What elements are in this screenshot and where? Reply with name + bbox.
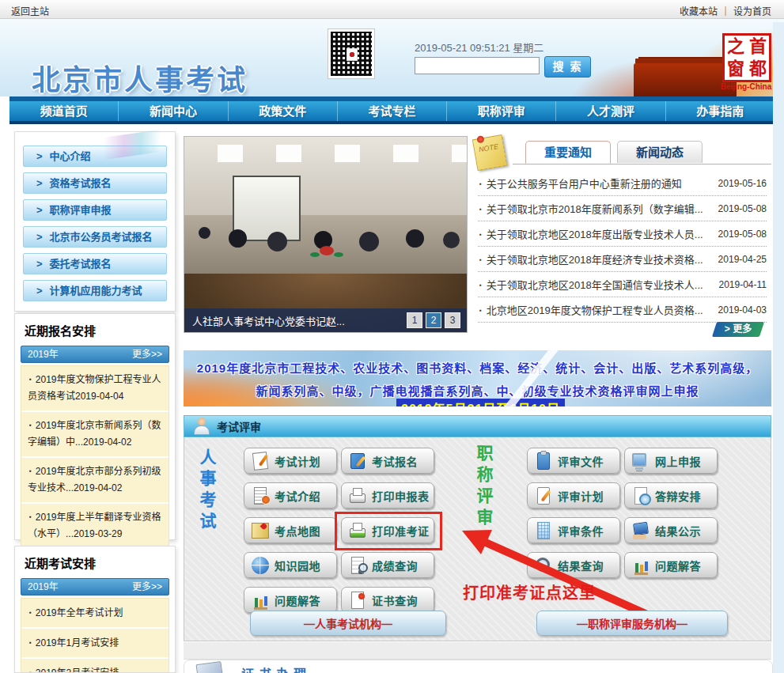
sidebar-menu-item[interactable]: 北京市公务员考试报名 — [23, 226, 167, 248]
sidebar-menu-item[interactable]: 职称评审申报 — [23, 199, 167, 221]
photo-caption[interactable]: 人社部人事考试中心党委书记赵... — [184, 313, 407, 328]
set-home-link[interactable]: 设为首页 — [733, 6, 771, 17]
qa-icon — [631, 555, 651, 576]
nav-item[interactable]: 考试专栏 — [338, 101, 447, 121]
item-text: 2019年全年考试计划 — [36, 607, 123, 618]
signup-list-item[interactable]: 2019年度北京市部分系列初级专业技术...2019-04-02 — [21, 458, 169, 504]
arrow-icon — [36, 285, 43, 297]
nav-item[interactable]: 办事指南 — [666, 101, 775, 121]
notice-list-item[interactable]: 关于领取北京地区2018年度出版专业技术人员...2019-05-08 — [478, 221, 767, 247]
photo-people — [199, 227, 210, 239]
signup-icon — [347, 451, 368, 471]
signup-list-item[interactable]: 2019年度上半年翻译专业资格（水平）...2019-03-29 — [21, 504, 169, 548]
grid-button[interactable]: 打印申报表 — [341, 482, 434, 509]
more-link[interactable]: 更多>> — [132, 579, 162, 595]
personnel-exam-orgs-button[interactable]: —人事考试机构— — [250, 611, 446, 636]
bullet-icon — [28, 466, 36, 477]
notice-more-button[interactable]: > 更多 — [712, 322, 764, 337]
notice-item-date: 2019-04-25 — [718, 254, 767, 265]
sidebar-menu-label: 计算机应用能力考试 — [50, 285, 142, 297]
grid-button[interactable]: 考点地图 — [244, 517, 337, 543]
grid-button-label: 考试计划 — [275, 453, 320, 469]
year-label: 2019年 — [28, 346, 59, 362]
sidebar-menu-item[interactable]: 委托考试报名 — [23, 253, 167, 274]
grid-button[interactable]: 打印准考证 — [341, 517, 434, 543]
notice-list-item[interactable]: 北京地区2019年度文物保护工程专业人员资格...2019-04-03 — [478, 297, 767, 323]
grid-button-label: 评审计划 — [558, 488, 604, 504]
grid-button[interactable]: 答辩安排 — [624, 482, 718, 509]
sidebar-menu: 中心介绍资格考试报名职称评审申报北京市公务员考试报名委托考试报名计算机应用能力考… — [14, 131, 176, 312]
qa-icon — [250, 590, 271, 611]
sidebar-menu-item[interactable]: 中心介绍 — [23, 146, 167, 167]
grid-button[interactable]: 问题解答 — [244, 587, 337, 613]
grid-button-label: 评审条件 — [558, 523, 604, 539]
grid-button-label: 结果查询 — [558, 558, 604, 573]
grid-button[interactable]: 评审条件 — [527, 517, 620, 543]
sidebar-menu-label: 资格考试报名 — [50, 177, 112, 189]
bullet-icon — [28, 637, 36, 648]
notice-list-item[interactable]: 关于公共服务平台用户中心重新注册的通知2019-05-16 — [478, 171, 767, 196]
tab-important-notice[interactable]: 重要通知 — [525, 141, 611, 164]
grid-button-label: 知识园地 — [275, 558, 320, 573]
exam-list-item[interactable]: 2019年1月考试安排 — [21, 629, 169, 659]
grid-button[interactable]: 结果公示 — [624, 517, 718, 543]
grid-button[interactable]: 网上申报 — [624, 448, 718, 474]
personnel-exam-vertical-label: 人事考试 — [195, 448, 218, 534]
exam-list-item[interactable]: 2019年全年考试计划 — [21, 599, 169, 629]
globe-icon — [250, 555, 271, 576]
grid-button[interactable]: 知识园地 — [244, 552, 337, 578]
nav-item[interactable]: 人才测评 — [556, 101, 665, 121]
exam-list-item[interactable]: 2019年2月考试安排 — [21, 659, 169, 673]
hand-book-icon — [631, 520, 651, 541]
search-input[interactable] — [415, 57, 540, 74]
grid-button[interactable]: 考试计划 — [244, 448, 337, 474]
search-button[interactable]: 搜 索 — [544, 56, 591, 78]
banner-line2-text: 新闻系列高、中级，广播电视播音系列高、中、初级专业技术资格评审网上申报 — [256, 384, 699, 398]
title-review-button-grid: 评审文件网上申报评审计划答辩安排评审条件结果公示结果查询问题解答 — [527, 448, 718, 578]
sidebar-menu-item[interactable]: 计算机应用能力考试 — [23, 280, 167, 301]
datetime-text: 2019-05-21 09:51:21 星期二 — [415, 40, 543, 55]
carousel-page-button[interactable]: 2 — [426, 312, 441, 328]
photo-carousel[interactable]: 人社部人事考试中心党委书记赵... 123 — [184, 136, 468, 333]
review-announcement-banner[interactable]: 2019年度北京市工程技术、农业技术、图书资料、档案、经济、统计、会计、出版、艺… — [184, 350, 771, 406]
more-link[interactable]: 更多>> — [132, 346, 162, 362]
grid-button[interactable]: 问题解答 — [624, 552, 718, 578]
nav-item[interactable]: 政策文件 — [229, 101, 338, 121]
notice-list-item[interactable]: 关于领取北京市2018年度新闻系列（数字编辑...2019-05-08 — [478, 196, 767, 221]
grid-button[interactable]: 证书查询 — [341, 587, 434, 613]
sticky-note-icon: NOTE — [472, 134, 507, 171]
notice-item-title: 关于领取北京市2018年度新闻系列（数字编辑... — [478, 201, 703, 216]
personnel-exam-button-grid: 考试计划考试报名考试介绍打印申报表考点地图打印准考证知识园地成绩查询问题解答证书… — [244, 448, 434, 613]
notice-list-item[interactable]: 关于领取北京地区2018年度经济专业技术资格...2019-04-25 — [478, 247, 767, 272]
person-avatar-icon — [194, 418, 210, 435]
nav-item[interactable]: 职称评审 — [447, 101, 556, 121]
intro-icon — [250, 486, 271, 506]
grid-button-label: 评审文件 — [558, 453, 604, 469]
signup-list-item[interactable]: 2019年度北京市新闻系列（数字编辑）中...2019-04-02 — [21, 412, 169, 458]
grid-button[interactable]: 考试报名 — [341, 448, 434, 474]
favorite-link[interactable]: 收藏本站 — [680, 6, 718, 17]
carousel-page-button[interactable]: 3 — [445, 312, 460, 328]
item-date: 2019-04-02 — [74, 482, 122, 493]
signup-list-item[interactable]: 2019年度文物保护工程专业人员资格考试2019-04-04 — [21, 366, 169, 412]
title-review-orgs-button[interactable]: —职称评审服务机构— — [536, 611, 728, 636]
nav-item[interactable]: 新闻中心 — [119, 101, 228, 121]
grid-button[interactable]: 结果查询 — [527, 552, 620, 578]
carousel-page-button[interactable]: 1 — [407, 312, 422, 328]
bullet-icon — [28, 420, 36, 431]
nav-item[interactable]: 频道首页 — [9, 101, 119, 121]
grid-doc-icon — [533, 520, 554, 541]
grid-button[interactable]: 成绩查询 — [341, 552, 434, 578]
notice-list-item[interactable]: 关于领取北京地区2018年全国通信专业技术人...2019-04-11 — [478, 272, 767, 297]
sidebar-menu-item[interactable]: 资格考试报名 — [23, 172, 167, 194]
grid-button[interactable]: 评审文件 — [527, 448, 620, 474]
tab-news-updates[interactable]: 新闻动态 — [617, 141, 703, 163]
notice-item-date: 2019-04-03 — [718, 304, 767, 316]
grid-button[interactable]: 评审计划 — [527, 482, 620, 509]
panel-header: 考试评审 — [184, 415, 771, 437]
notice-tabs: 重要通知 新闻动态 — [513, 141, 771, 164]
recent-signup-list: 2019年度文物保护工程专业人员资格考试2019-04-042019年度北京市新… — [21, 365, 169, 549]
notice-item-date: 2019-04-11 — [719, 279, 767, 290]
grid-button[interactable]: 考试介绍 — [244, 482, 337, 509]
back-to-main-link[interactable]: 返回主站 — [11, 4, 49, 17]
